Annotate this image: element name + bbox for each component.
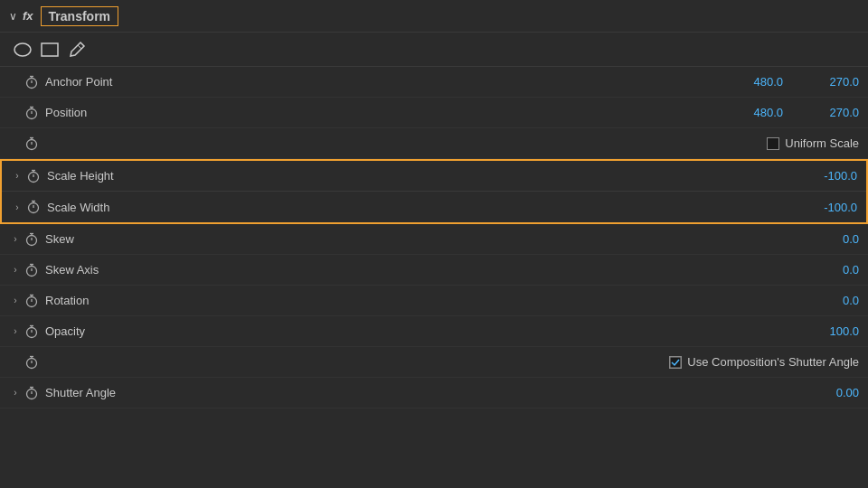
anchor-point-row: Anchor Point 480.0 270.0 (0, 67, 868, 98)
scale-width-value: -100.0 (803, 201, 857, 214)
scale-height-stopwatch[interactable] (25, 168, 42, 184)
rotation-label: Rotation (45, 294, 805, 307)
rotation-chevron[interactable]: › (9, 295, 22, 307)
skew-axis-row: › Skew Axis 0.0 (0, 255, 868, 286)
toolbar (0, 33, 868, 67)
shutter-angle-value[interactable]: 0.00 (805, 386, 859, 399)
shutter-control: Use Composition's Shutter Angle (669, 355, 859, 369)
skew-axis-label: Skew Axis (45, 263, 805, 277)
shutter-angle-row: › Shutter Angle 0.00 (0, 378, 868, 408)
opacity-stopwatch[interactable] (24, 324, 40, 340)
skew-axis-stopwatch[interactable] (24, 262, 40, 278)
opacity-label: Opacity (45, 324, 805, 338)
scale-width-stopwatch[interactable] (25, 199, 42, 215)
skew-axis-chevron[interactable]: › (9, 264, 22, 277)
position-stopwatch[interactable] (24, 105, 40, 121)
scale-width-label: Scale Width (47, 201, 803, 214)
scale-height-chevron[interactable]: › (11, 170, 24, 183)
shutter-stopwatch[interactable] (24, 354, 40, 371)
shutter-label: Use Composition's Shutter Angle (687, 355, 859, 369)
anchor-point-label: Anchor Point (45, 75, 729, 89)
scale-height-val[interactable]: -100.0 (803, 169, 857, 183)
pen-tool-icon[interactable] (67, 40, 87, 60)
shutter-checkbox[interactable] (669, 356, 682, 369)
scale-highlight-group: › Scale Height -100.0 › (0, 159, 868, 224)
skew-value[interactable]: 0.0 (805, 232, 859, 246)
ellipse-tool-icon[interactable] (13, 40, 33, 60)
opacity-chevron[interactable]: › (9, 325, 22, 338)
scale-toggle-stopwatch[interactable] (24, 136, 40, 152)
opacity-value[interactable]: 100.0 (805, 324, 859, 338)
position-x[interactable]: 480.0 (729, 106, 783, 119)
transform-header: ∨ fx Transform (0, 0, 868, 33)
uniform-scale-control: Uniform Scale (767, 136, 859, 150)
position-values: 480.0 270.0 (729, 106, 859, 119)
skew-row: › Skew 0.0 (0, 224, 868, 255)
scale-width-row: › Scale Width -100.0 (2, 192, 866, 222)
scale-width-chevron[interactable]: › (11, 201, 24, 213)
anchor-point-values: 480.0 270.0 (729, 75, 859, 89)
svg-rect-43 (670, 357, 681, 368)
scale-height-label: Scale Height (47, 169, 803, 183)
position-row: Position 480.0 270.0 (0, 98, 868, 128)
shutter-angle-stopwatch[interactable] (24, 385, 40, 401)
uniform-scale-checkbox[interactable] (767, 137, 779, 150)
anchor-point-x[interactable]: 480.0 (729, 75, 783, 89)
fx-badge: fx (23, 9, 33, 23)
collapse-chevron[interactable]: ∨ (9, 10, 17, 23)
skew-axis-value[interactable]: 0.0 (805, 263, 859, 277)
scale-height-row: › Scale Height -100.0 (2, 161, 866, 192)
uniform-scale-label: Uniform Scale (785, 136, 859, 150)
skew-label: Skew (45, 232, 805, 246)
shutter-angle-chevron[interactable]: › (9, 387, 22, 399)
properties-list: Anchor Point 480.0 270.0 Position 480.0 … (0, 67, 868, 408)
rectangle-tool-icon[interactable] (40, 40, 60, 60)
skew-stopwatch[interactable] (24, 231, 40, 248)
skew-chevron[interactable]: › (9, 233, 22, 246)
svg-point-0 (14, 43, 31, 56)
svg-rect-1 (42, 43, 58, 56)
rotation-value[interactable]: 0.0 (805, 294, 859, 307)
scale-width-val[interactable]: -100.0 (803, 201, 857, 214)
shutter-angle-label: Shutter Angle (45, 386, 805, 399)
shutter-toggle-row: Use Composition's Shutter Angle (0, 347, 868, 378)
rotation-row: › Rotation 0.0 (0, 286, 868, 316)
anchor-point-y[interactable]: 270.0 (805, 75, 859, 89)
svg-line-2 (78, 45, 81, 49)
position-y[interactable]: 270.0 (805, 106, 859, 119)
position-label: Position (45, 106, 729, 119)
panel: ∨ fx Transform (0, 0, 868, 488)
rotation-stopwatch[interactable] (24, 293, 40, 309)
header-title: Transform (41, 6, 118, 26)
opacity-row: › Opacity 100.0 (0, 316, 868, 347)
anchor-point-stopwatch[interactable] (24, 74, 40, 90)
scale-height-value: -100.0 (803, 169, 857, 183)
uniform-scale-row: Uniform Scale (0, 128, 868, 159)
